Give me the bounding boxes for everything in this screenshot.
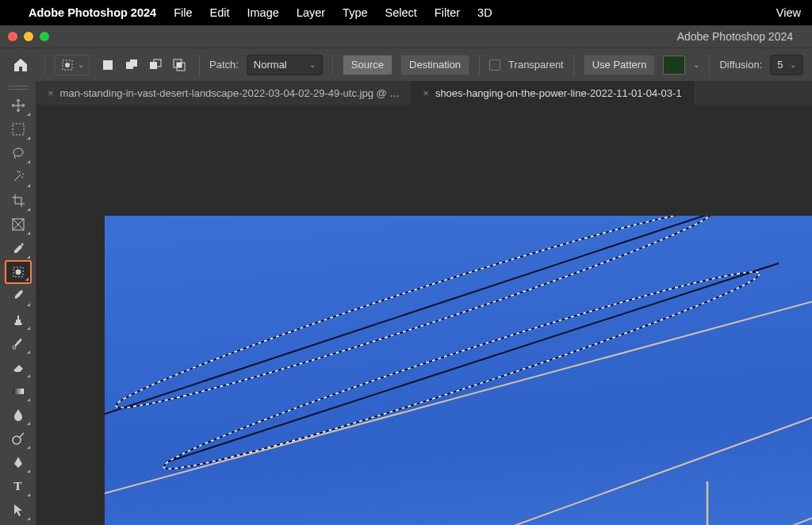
svg-line-25 [105,216,723,414]
pen-tool[interactable] [5,450,32,474]
svg-rect-18 [13,389,24,394]
close-window-icon[interactable] [8,32,17,41]
chevron-down-icon[interactable]: ⌄ [693,60,699,69]
svg-point-1 [65,63,70,67]
crop-tool[interactable] [5,189,32,213]
transparent-checkbox[interactable] [489,59,500,71]
path-selection-tool[interactable] [5,498,32,522]
document-tab-label: man-standing-in-vast-desert-landscape-20… [60,87,400,99]
window-controls [8,32,49,41]
document-tabs: × man-standing-in-vast-desert-landscape-… [36,81,812,105]
dodge-tool[interactable] [5,427,32,450]
patch-mode-select[interactable]: Normal ⌄ [247,55,323,75]
canvas-area[interactable] [36,105,812,525]
menu-layer[interactable]: Layer [297,6,325,19]
menu-file[interactable]: File [174,6,192,19]
pattern-swatch[interactable] [663,56,685,75]
window-title: Adobe Photoshop 2024 [49,30,804,43]
diffusion-value: 5 [777,59,783,71]
document-tab[interactable]: × man-standing-in-vast-desert-landscape-… [36,81,412,105]
type-tool[interactable]: T [5,474,32,498]
svg-point-30 [158,256,765,485]
svg-point-29 [158,256,765,485]
svg-point-16 [15,270,21,275]
transparent-label: Transparent [508,59,564,71]
svg-point-11 [13,148,23,156]
svg-point-27 [110,216,718,423]
menu-3d[interactable]: 3D [477,6,492,19]
window-titlebar: Adobe Photoshop 2024 [0,25,812,48]
minimize-window-icon[interactable] [24,32,33,41]
patch-tool[interactable] [5,260,32,284]
history-brush-tool[interactable] [5,331,32,355]
patch-mode-value: Normal [254,59,287,71]
add-selection-icon[interactable] [121,55,142,75]
marquee-tool[interactable] [5,117,32,141]
clone-stamp-tool[interactable] [5,308,32,331]
blur-tool[interactable] [5,403,32,427]
mac-menubar: Adobe Photoshop 2024 File Edit Image Lay… [0,0,812,25]
menu-select[interactable]: Select [385,6,417,19]
new-selection-icon[interactable] [98,55,118,75]
options-bar: ⌄ Patch: Normal ⌄ Source Destination Tra… [0,48,812,81]
work-area: × man-standing-in-vast-desert-landscape-… [36,81,812,525]
eyedropper-tool[interactable] [5,236,32,260]
frame-tool[interactable] [5,213,32,236]
svg-line-20 [20,433,24,437]
destination-button[interactable]: Destination [400,55,469,75]
home-button[interactable] [6,53,35,77]
use-pattern-button[interactable]: Use Pattern [584,55,656,75]
chevron-down-icon: ⌄ [78,60,84,69]
diffusion-label: Diffusion: [719,59,762,71]
brush-tool[interactable] [5,284,32,308]
menu-filter[interactable]: Filter [435,6,460,19]
menu-view[interactable]: View [776,6,801,19]
panel-grip-icon[interactable] [6,84,30,90]
svg-point-28 [110,216,718,423]
eraser-tool[interactable] [5,355,32,379]
chevron-down-icon: ⌄ [790,60,796,69]
menu-image[interactable]: Image [247,6,279,19]
subtract-selection-icon[interactable] [145,55,166,75]
svg-rect-2 [103,60,113,70]
current-tool-preset[interactable]: ⌄ [55,55,90,75]
svg-rect-4 [130,59,137,67]
app-name[interactable]: Adobe Photoshop 2024 [29,6,156,19]
svg-rect-10 [13,124,24,135]
source-button[interactable]: Source [343,55,393,75]
svg-line-22 [144,398,812,525]
svg-point-19 [13,436,21,444]
close-tab-icon[interactable]: × [48,87,54,99]
zoom-window-icon[interactable] [40,32,49,41]
svg-point-17 [13,346,16,349]
gradient-tool[interactable] [5,379,32,403]
document-tab[interactable]: × shoes-hanging-on-the-power-line-2022-1… [412,81,693,105]
move-tool[interactable] [5,94,32,117]
menu-type[interactable]: Type [343,6,367,19]
selection-mode-group [98,55,190,75]
menu-edit[interactable]: Edit [210,6,230,19]
svg-line-23 [446,497,812,525]
tools-panel: T [0,81,36,525]
magic-wand-tool[interactable] [5,165,32,189]
document-tab-label: shoes-hanging-on-the-power-line-2022-11-… [435,87,682,99]
diffusion-select[interactable]: 5 ⌄ [770,55,803,75]
canvas-content [105,216,812,525]
lasso-tool[interactable] [5,141,32,165]
document-canvas[interactable] [105,216,812,525]
chevron-down-icon: ⌄ [309,60,316,69]
close-tab-icon[interactable]: × [423,87,429,99]
intersect-selection-icon[interactable] [169,55,190,75]
svg-rect-9 [177,63,182,67]
patch-label: Patch: [209,59,239,71]
